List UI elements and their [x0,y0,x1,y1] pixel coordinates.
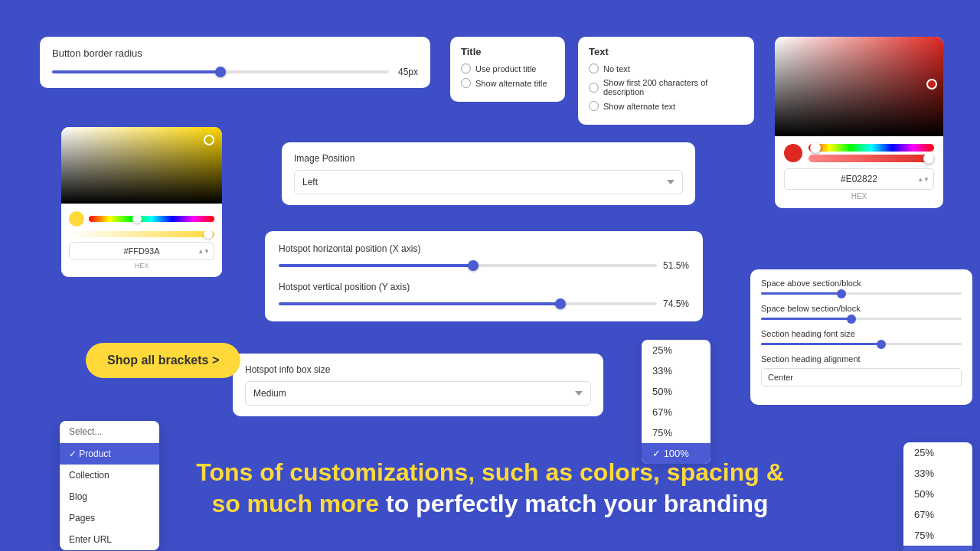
font-size-row: Section heading font size [761,329,962,345]
text-heading: Text [589,46,743,57]
hotspot-size-label: Hotspot info box size [245,364,591,375]
space-below-thumb[interactable] [847,315,856,324]
hex-input-left[interactable]: #FFD93A [69,242,214,260]
image-position-select[interactable]: Left Center Right [294,170,683,194]
text-radio-1[interactable] [589,64,599,73]
title-radio-1[interactable] [461,64,471,73]
image-position-label: Image Position [294,153,683,164]
percent-item-75[interactable]: 75% [642,422,710,443]
sat-thumb-right[interactable] [923,153,934,164]
title-heading: Title [461,46,554,57]
space-above-track[interactable] [761,292,962,295]
title-radio-2[interactable] [461,78,471,88]
sat-slider-left[interactable] [69,231,214,237]
hue-row-right [784,144,934,162]
bottom-text-white: to perfectly match your branding [379,490,769,517]
sat-slider-right[interactable] [808,155,934,162]
hotspot-h-label: Hotspot horizontal position (X axis) [279,243,689,254]
font-size-fill [761,343,881,345]
color-picker-dot-right[interactable] [926,79,937,90]
shop-brackets-button[interactable]: Shop all brackets > [86,343,240,378]
title-label-1: Use product title [475,64,536,73]
font-size-track[interactable] [761,343,962,345]
border-radius-panel: Button border radius 45px [40,37,430,88]
border-radius-value: 45px [395,67,418,77]
hotspot-h-value: 51.5% [663,260,689,271]
percent-b-item-100[interactable]: 100% [903,546,972,551]
text-radio-3[interactable] [589,101,599,111]
title-option-1[interactable]: Use product title [461,64,554,73]
space-below-fill [761,318,851,320]
hotspot-size-panel: Hotspot info box size Small Medium Large [233,354,603,416]
hue-slider-left[interactable] [89,216,214,222]
percent-b-item-75[interactable]: 75% [903,525,972,546]
text-label-2: Show first 200 characters of description [603,78,743,96]
select-item-collection[interactable]: Collection [60,465,159,486]
hex-arrows-left[interactable]: ▲▼ [198,248,210,255]
font-size-label: Section heading font size [761,329,962,338]
select-item-blog[interactable]: Blog [60,486,159,507]
space-below-track[interactable] [761,318,962,320]
color-controls-right: #E02822 ▲▼ HEX [775,136,943,208]
percent-item-67[interactable]: 67% [642,402,710,422]
title-option-2[interactable]: Show alternate title [461,78,554,88]
space-panel: Space above section/block Space below se… [750,269,972,405]
percent-item-25[interactable]: 25% [642,340,710,360]
percent-b-item-50[interactable]: 50% [903,484,972,504]
color-gradient-right[interactable] [775,37,943,136]
space-above-thumb[interactable] [837,289,846,298]
border-radius-slider-row: 45px [52,67,418,77]
text-label-1: No text [603,64,630,73]
align-select[interactable]: Center Left Right [761,368,962,386]
text-option-1[interactable]: No text [589,64,743,73]
space-above-fill [761,292,841,295]
hue-thumb-right[interactable] [810,142,821,153]
hotspot-h-slider-row: 51.5% [279,260,689,271]
select-item-pages[interactable]: Pages [60,507,159,529]
hex-input-right[interactable]: #E02822 [784,168,934,190]
hotspot-h-thumb[interactable] [468,260,479,271]
hotspot-size-select[interactable]: Small Medium Large [245,381,591,406]
percent-b-item-67[interactable]: 67% [903,504,972,525]
align-row: Section heading alignment Center Left Ri… [761,354,962,386]
percent-item-33[interactable]: 33% [642,360,710,381]
sat-thumb-left[interactable] [204,230,213,239]
hex-arrows-right[interactable]: ▲▼ [917,176,929,183]
align-label: Section heading alignment [761,354,962,364]
font-size-thumb[interactable] [877,340,886,349]
space-below-label: Space below section/block [761,304,962,313]
hotspot-v-label: Hotspot vertical position (Y axis) [279,282,689,292]
image-position-panel: Image Position Left Center Right [282,142,695,205]
hue-slider-right[interactable] [808,144,934,152]
select-item-url[interactable]: Enter URL [60,529,159,550]
color-gradient-left[interactable] [61,127,222,204]
percent-item-50[interactable]: 50% [642,381,710,402]
space-below-row: Space below section/block [761,304,962,320]
color-swatch-right [784,144,802,162]
text-option-2[interactable]: Show first 200 characters of description [589,78,743,96]
select-dropdown-header: Select... [60,421,159,443]
hue-row-left [69,211,214,227]
percent-dropdown-top: 25% 33% 50% 67% 75% 100% [642,340,710,464]
percent-dropdown-bottom: 25% 33% 50% 67% 75% 100% [903,442,972,551]
hotspot-v-slider-row: 74.5% [279,298,689,309]
border-radius-thumb[interactable] [215,67,226,77]
color-swatch-left [69,211,84,227]
hotspot-v-thumb[interactable] [555,298,566,309]
hotspot-h-track[interactable] [279,264,657,267]
title-panel: Title Use product title Show alternate t… [450,37,565,102]
text-label-3: Show alternate text [603,102,675,111]
hotspot-panel: Hotspot horizontal position (X axis) 51.… [265,231,703,321]
hex-label-right: HEX [784,192,934,201]
percent-b-item-25[interactable]: 25% [903,442,972,463]
color-picker-dot-left[interactable] [204,135,214,145]
text-option-3[interactable]: Show alternate text [589,101,743,111]
select-item-product[interactable]: Product [60,443,159,465]
hotspot-v-track[interactable] [279,302,657,305]
color-picker-right: #E02822 ▲▼ HEX [775,37,943,208]
hotspot-v-value: 74.5% [663,298,689,309]
hue-thumb-left[interactable] [132,214,142,223]
border-radius-track[interactable] [52,70,389,73]
percent-b-item-33[interactable]: 33% [903,463,972,484]
text-radio-2[interactable] [589,83,599,93]
